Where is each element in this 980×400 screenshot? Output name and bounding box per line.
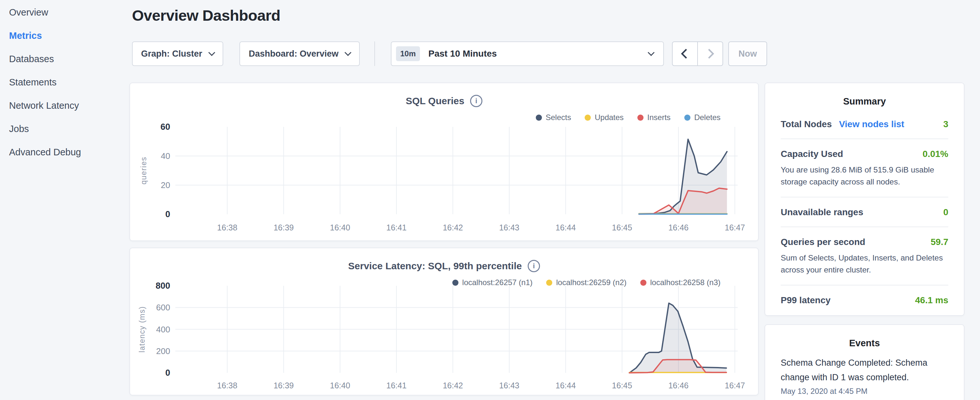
graph-dropdown[interactable]: Graph: Cluster — [132, 41, 223, 66]
summary-row-value: 59.7 — [931, 237, 949, 247]
svg-text:16:45: 16:45 — [612, 223, 632, 232]
summary-row-label: P99 latency — [781, 295, 830, 306]
legend-item: Deletes — [684, 113, 721, 122]
legend-label: Deletes — [694, 113, 721, 122]
info-icon[interactable]: i — [470, 95, 482, 107]
summary-row-queries-per-second: Queries per second59.7Sum of Selects, Up… — [781, 227, 948, 285]
summary-row-p99-latency: P99 latency46.1 ms — [781, 285, 948, 315]
summary-row-description: Sum of Selects, Updates, Inserts, and De… — [781, 252, 948, 276]
dashboard-dropdown[interactable]: Dashboard: Overview — [239, 41, 360, 66]
svg-text:16:43: 16:43 — [499, 223, 520, 232]
prev-time-button[interactable] — [673, 42, 697, 65]
controls-divider — [374, 41, 375, 66]
svg-text:60: 60 — [161, 122, 170, 132]
sidebar-item-overview[interactable]: Overview — [0, 1, 129, 24]
svg-text:latency (ms): latency (ms) — [138, 306, 146, 352]
legend-dot-icon — [536, 115, 542, 121]
summary-rows: Total NodesView nodes list3Capacity Used… — [781, 109, 948, 315]
sidebar-item-network-latency[interactable]: Network Latency — [0, 94, 129, 117]
chevron-down-icon — [345, 49, 352, 56]
event-text: Schema Change Completed: Schema change w… — [781, 356, 948, 385]
chevron-left-icon — [681, 49, 691, 59]
svg-text:16:42: 16:42 — [442, 223, 463, 232]
svg-text:16:46: 16:46 — [668, 223, 689, 232]
svg-text:16:44: 16:44 — [555, 223, 576, 232]
svg-text:0: 0 — [165, 209, 170, 219]
svg-text:16:44: 16:44 — [555, 381, 576, 390]
time-range-picker[interactable]: 10m Past 10 Minutes — [391, 41, 664, 66]
svg-text:16:46: 16:46 — [668, 381, 689, 390]
chart-legend: SelectsUpdatesInsertsDeletes — [536, 113, 721, 122]
service-latency-chart-card: Service Latency: SQL, 99th percentile i … — [129, 247, 759, 395]
svg-text:800: 800 — [156, 281, 170, 291]
sidebar-item-jobs[interactable]: Jobs — [0, 117, 129, 140]
summary-row-capacity-used: Capacity Used0.01%You are using 28.6 MiB… — [781, 139, 948, 198]
legend-dot-icon — [452, 280, 458, 286]
legend-item: Updates — [585, 113, 624, 122]
legend-item: localhost:26258 (n3) — [640, 278, 721, 287]
legend-dot-icon — [684, 115, 690, 121]
event-item: Schema Change Completed: Schema change w… — [781, 356, 948, 396]
svg-text:16:42: 16:42 — [442, 381, 463, 390]
summary-row-description: You are using 28.6 MiB of 515.9 GiB usab… — [781, 164, 948, 188]
chart-title: Service Latency: SQL, 99th percentile — [348, 261, 522, 271]
sql-queries-chart-card: SQL Queries i SelectsUpdatesInsertsDelet… — [129, 83, 759, 241]
events-title: Events — [781, 338, 948, 349]
chevron-down-icon — [208, 49, 215, 56]
svg-text:16:40: 16:40 — [330, 381, 350, 390]
summary-row-label: Capacity Used — [781, 149, 843, 159]
summary-panel: Summary Total NodesView nodes list3Capac… — [765, 83, 964, 316]
chevron-right-icon — [704, 49, 714, 59]
legend-dot-icon — [546, 280, 552, 286]
chart-title-row: SQL Queries i — [130, 95, 758, 107]
svg-text:queries: queries — [140, 157, 148, 185]
event-timestamp: May 13, 2020 at 4:45 PM — [781, 387, 948, 396]
svg-text:0: 0 — [165, 368, 170, 378]
time-range-label: Past 10 Minutes — [428, 49, 497, 59]
svg-text:600: 600 — [156, 303, 170, 312]
now-button[interactable]: Now — [728, 41, 767, 66]
svg-text:16:39: 16:39 — [274, 223, 294, 232]
sidebar-item-databases[interactable]: Databases — [0, 47, 129, 70]
svg-text:16:38: 16:38 — [217, 381, 237, 390]
dashboard-dropdown-label: Dashboard: Overview — [249, 49, 339, 59]
legend-label: localhost:26258 (n3) — [650, 278, 721, 287]
svg-text:40: 40 — [161, 151, 170, 161]
summary-row-label: Total Nodes — [781, 119, 832, 129]
summary-row-unavailable-ranges: Unavailable ranges0 — [781, 198, 948, 227]
chevron-down-icon — [648, 49, 654, 56]
legend-item: localhost:26259 (n2) — [546, 278, 626, 287]
svg-text:16:41: 16:41 — [386, 223, 407, 232]
chart-legend: localhost:26257 (n1)localhost:26259 (n2)… — [452, 278, 721, 287]
summary-row-value: 0 — [943, 207, 948, 217]
svg-text:16:39: 16:39 — [274, 381, 294, 390]
svg-text:16:47: 16:47 — [725, 223, 745, 232]
legend-dot-icon — [637, 115, 644, 121]
svg-text:16:41: 16:41 — [386, 381, 407, 390]
svg-text:16:38: 16:38 — [217, 223, 237, 232]
legend-dot-icon — [585, 115, 591, 121]
summary-row-value: 3 — [943, 119, 948, 129]
info-icon[interactable]: i — [528, 260, 540, 272]
next-time-button[interactable] — [698, 42, 722, 65]
legend-label: localhost:26259 (n2) — [556, 278, 626, 287]
svg-text:16:43: 16:43 — [499, 381, 520, 390]
time-range-badge: 10m — [396, 46, 420, 61]
svg-text:400: 400 — [156, 325, 170, 334]
summary-row-label: Queries per second — [781, 237, 865, 247]
summary-row-value: 0.01% — [923, 149, 948, 159]
summary-row-label: Unavailable ranges — [781, 207, 863, 217]
sidebar-item-statements[interactable]: Statements — [0, 70, 129, 94]
svg-text:16:45: 16:45 — [612, 381, 632, 390]
chart-title-row: Service Latency: SQL, 99th percentile i — [130, 260, 758, 272]
svg-text:20: 20 — [161, 180, 170, 190]
legend-item: Inserts — [637, 113, 671, 122]
view-nodes-list-link[interactable]: View nodes list — [839, 119, 904, 129]
sidebar-item-advanced-debug[interactable]: Advanced Debug — [0, 140, 129, 164]
events-panel: Events Schema Change Completed: Schema c… — [765, 324, 964, 400]
sidebar-item-metrics[interactable]: Metrics — [0, 24, 129, 47]
summary-row-total-nodes: Total NodesView nodes list3 — [781, 109, 948, 139]
summary-row-value: 46.1 ms — [915, 295, 948, 306]
legend-dot-icon — [640, 280, 646, 286]
svg-text:16:47: 16:47 — [725, 381, 745, 390]
